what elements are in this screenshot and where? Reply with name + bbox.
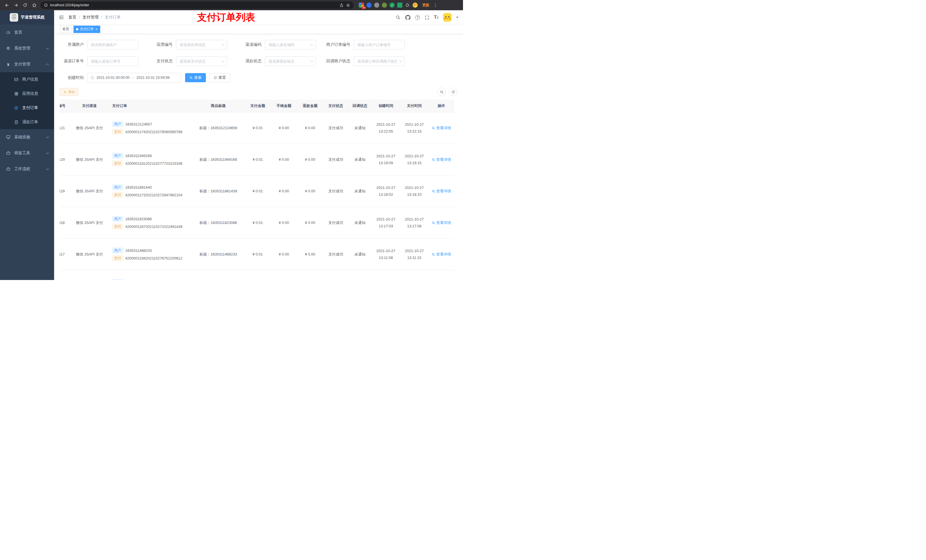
browser-menu-icon[interactable]: ⋮	[432, 3, 439, 8]
sidebar-item-dev-tools[interactable]: 研发工具	[0, 145, 54, 161]
cell-title: 标题：1635311823086	[192, 207, 245, 238]
avatar-caret-icon[interactable]	[456, 17, 458, 19]
filter-label: 商户订单编号	[326, 42, 354, 47]
tab-label: 首页	[62, 27, 69, 32]
filter-label: 渠道订单号	[60, 59, 87, 64]
view-detail-label: 查看详情	[436, 125, 451, 131]
breadcrumb-separator: /	[101, 15, 102, 20]
browser-toolbar: localhost:1024/pay/order 10 ✓ 更新 ⋮	[0, 0, 463, 10]
cell-create-time: 2021-10-27 13:22:05	[372, 112, 400, 144]
merchant-tag: 商户	[112, 279, 123, 280]
refresh-icon[interactable]	[449, 88, 457, 96]
view-detail-link[interactable]: 查看详情	[432, 125, 451, 131]
avatar[interactable]	[443, 13, 452, 22]
tab-home[interactable]: 首页	[60, 26, 72, 33]
rabbit-logo-icon	[10, 13, 18, 22]
toggle-search-icon[interactable]	[437, 88, 446, 96]
sidebar-item-infra[interactable]: 基础设施	[0, 129, 54, 145]
help-icon[interactable]: ?	[415, 15, 420, 20]
table-toolbar: 导出	[60, 88, 457, 96]
font-size-icon[interactable]: TT	[434, 15, 439, 20]
sidebar: 芋道管理系统 首页 ⚙ 系统管理 ¥ 支付管理	[0, 10, 54, 280]
cell-channel: 微信 JSAPI 支付	[70, 238, 109, 270]
cell-pay-order: 商户 1635311468233 支付 42000011942021102767…	[109, 238, 192, 270]
extension-olive-icon[interactable]	[382, 3, 387, 8]
export-button[interactable]: 导出	[60, 88, 78, 96]
sidebar-item-pay[interactable]: ¥ 支付管理	[0, 56, 54, 72]
pay-status-input[interactable]	[176, 56, 227, 66]
extension-face-icon[interactable]	[413, 3, 418, 8]
back-icon[interactable]	[3, 1, 11, 9]
sidebar-item-workflow[interactable]: 工作流程	[0, 161, 54, 177]
reload-icon[interactable]	[21, 1, 29, 9]
sidebar-item-app-info[interactable]: 应用信息	[0, 86, 54, 101]
bookmark-star-icon[interactable]	[346, 3, 350, 8]
view-detail-link[interactable]: 查看详情	[432, 157, 451, 162]
extension-check-icon[interactable]: ✓	[390, 3, 395, 8]
url-bar[interactable]: localhost:1024/pay/order	[41, 2, 354, 9]
table-row: 116 微信 JSAPI 支付 商户 1635311157 支付	[60, 270, 454, 280]
refund-status-input[interactable]	[265, 56, 316, 66]
filter-channel-order-no: 渠道订单号	[60, 56, 138, 66]
cell-fee: ¥ 0.00	[271, 112, 297, 144]
browser-update-button[interactable]: 更新	[422, 3, 430, 8]
close-icon[interactable]: ×	[95, 27, 98, 31]
puzzle-extensions-icon[interactable]	[405, 3, 410, 8]
sidebar-item-label: 首页	[14, 30, 48, 35]
url-text: localhost:1024/pay/order	[50, 3, 89, 7]
home-icon[interactable]	[30, 1, 38, 9]
app-no-input[interactable]	[176, 40, 227, 50]
main: 首页 / 支付管理 / 支付订单 支付订单列表 ?	[54, 10, 463, 280]
sidebar-item-system[interactable]: ⚙ 系统管理	[0, 41, 54, 56]
clock-icon	[90, 76, 94, 80]
breadcrumb-home[interactable]: 首页	[68, 15, 76, 20]
table-row: 120 微信 JSAPI 支付 商户 1635311949168 支	[60, 144, 454, 175]
forward-icon[interactable]	[12, 1, 20, 9]
date-range-input[interactable]: 2021-10-01 00:00:00 - 2021-10-31 23:59:5…	[87, 73, 181, 83]
notify-status-input[interactable]	[354, 56, 405, 66]
cell-action: 查看详情	[428, 207, 454, 238]
search-icon[interactable]	[395, 15, 401, 20]
date-separator: -	[132, 76, 134, 80]
cell-pay-time	[400, 270, 428, 280]
tab-pay-order[interactable]: 支付订单 ×	[73, 26, 100, 33]
table-row: 119 微信 JSAPI 支付 商户 1635311881440 支	[60, 175, 454, 207]
cell-pay-order: 商户 1635311881440 支付 42000011732021102728…	[109, 175, 192, 207]
extension-gray-icon[interactable]	[374, 3, 379, 8]
github-icon[interactable]	[405, 15, 411, 20]
document-icon	[14, 119, 19, 125]
extension-square-icon[interactable]	[397, 3, 402, 8]
merchant-order-no-input[interactable]	[354, 40, 405, 50]
hamburger-icon[interactable]	[59, 15, 64, 20]
site-info-icon[interactable]	[44, 3, 48, 7]
table-row: 121 微信 JSAPI 支付 商户 1635312124657 支	[60, 112, 454, 144]
cell-channel: 微信 JSAPI 支付	[70, 175, 109, 207]
sidebar-item-pay-order[interactable]: 支付订单	[0, 101, 54, 115]
merchant-input[interactable]	[87, 40, 138, 50]
extension-colorful-icon[interactable]: 10	[359, 3, 364, 8]
active-dot	[76, 28, 78, 30]
channel-order-no-input[interactable]	[87, 56, 138, 66]
view-detail-link[interactable]: 查看详情	[432, 189, 451, 194]
view-detail-link[interactable]: 查看详情	[432, 220, 451, 225]
sidebar-item-home[interactable]: 首页	[0, 24, 54, 41]
pay-status-select	[176, 56, 227, 66]
share-icon[interactable]	[339, 3, 344, 8]
sidebar-item-merchant-info[interactable]: 商户信息	[0, 72, 54, 86]
column-header: 操作	[428, 100, 454, 112]
search-button[interactable]: 搜索	[185, 73, 206, 82]
reset-button[interactable]: 重置	[209, 73, 230, 82]
app-no-select	[176, 40, 227, 50]
breadcrumb-section[interactable]: 支付管理	[83, 15, 98, 20]
cell-action: 查看详情	[428, 112, 454, 144]
cell-status: 支付成功	[323, 238, 348, 270]
cell-id: 120	[60, 144, 70, 175]
logo[interactable]: 芋道管理系统	[0, 10, 54, 24]
channel-code-input[interactable]	[265, 40, 316, 50]
magnifier-icon	[432, 126, 435, 130]
cell-refund: ¥ 0.00	[297, 112, 323, 144]
sidebar-item-refund-order[interactable]: 退款订单	[0, 115, 54, 129]
extension-drop-icon[interactable]	[366, 3, 372, 8]
fullscreen-icon[interactable]	[425, 15, 430, 20]
view-detail-link[interactable]: 查看详情	[432, 252, 451, 257]
